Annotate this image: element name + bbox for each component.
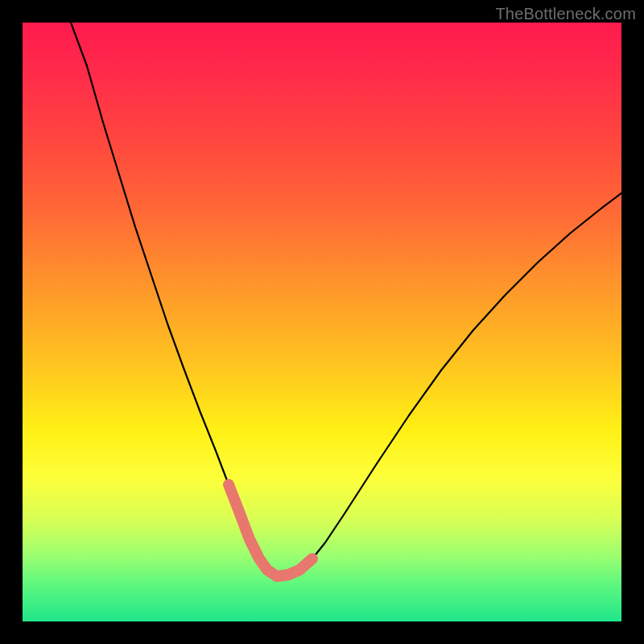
bottleneck-curve	[71, 23, 621, 576]
outer-frame: TheBottleneck.com	[0, 0, 644, 644]
curve-layer	[23, 23, 621, 621]
highlight-segment	[229, 485, 312, 576]
watermark-text: TheBottleneck.com	[495, 5, 636, 23]
plot-area	[23, 23, 621, 621]
